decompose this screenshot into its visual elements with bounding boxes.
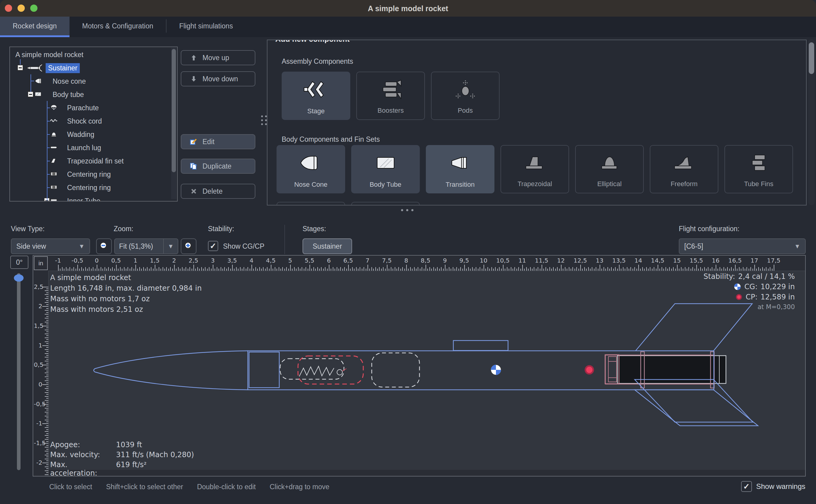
cp-marker	[585, 366, 593, 374]
delete-button[interactable]: Delete	[181, 184, 255, 199]
centering-ring-icon	[50, 183, 58, 191]
view-type-value: Side view	[16, 242, 46, 250]
nose-cone-shoulder[interactable]	[249, 352, 279, 388]
status-hint: Click+drag to move	[270, 483, 329, 491]
view-type-label: View Type:	[11, 225, 45, 233]
zoom-out-button[interactable]	[96, 238, 112, 254]
chevron-down-icon: ▼	[794, 243, 800, 250]
tree-row-inner-tube[interactable]: Inner Tube	[10, 194, 177, 202]
component-card-stage[interactable]: Stage	[282, 72, 350, 120]
component-card-partial[interactable]	[277, 202, 345, 205]
transition-component-icon	[426, 145, 494, 181]
body-tube-component-icon	[351, 145, 420, 181]
fin-bottom-1[interactable]	[635, 380, 753, 422]
tree-row-centering-ring[interactable]: Centering ring	[10, 181, 177, 194]
rotation-slider-thumb[interactable]	[14, 274, 24, 282]
move-up-button[interactable]: Move up	[181, 50, 255, 65]
launch-lug-outline[interactable]	[453, 341, 508, 351]
component-card-partial[interactable]	[351, 202, 420, 205]
tree-row-trapezoidal-fin-set[interactable]: Trapezoidal fin set	[10, 154, 177, 167]
tube-fins-component-icon	[725, 146, 792, 180]
duplicate-icon	[189, 162, 198, 170]
tab-flight-simulations[interactable]: Flight simulations	[167, 17, 246, 35]
stage-toggle-sustainer[interactable]: Sustainer	[303, 238, 352, 254]
tree-row-body-tube[interactable]: Body tube	[10, 88, 177, 101]
component-card-elliptical[interactable]: Elliptical	[575, 145, 644, 193]
parachute-icon	[50, 104, 58, 111]
title-bar: A simple model rocket	[0, 0, 816, 17]
parachute-outline[interactable]	[298, 356, 363, 384]
component-card-nose-cone[interactable]: Nose Cone	[277, 145, 345, 193]
stability-label: Stability:	[208, 225, 234, 233]
component-tree-panel: A simple model rocket Sustainer Nose con…	[9, 47, 178, 202]
rocket-info-block: A simple model rocket Length 16,748 in, …	[50, 273, 202, 315]
magnifier-plus-icon	[183, 241, 194, 251]
zoom-level-combobox[interactable]: Fit (51,3%) ▼	[114, 238, 178, 254]
shock-cord-outline[interactable]	[280, 359, 344, 379]
tree-row-nose-cone[interactable]: Nose cone	[10, 74, 177, 88]
window-scrollbar-thumb[interactable]	[809, 42, 814, 74]
zoom-level-value: Fit (51,3%)	[115, 242, 163, 250]
move-down-label: Move down	[202, 75, 238, 83]
show-warnings-checkbox[interactable]: ✓	[741, 481, 752, 492]
move-up-label: Move up	[202, 54, 229, 62]
tree-row-launch-lug[interactable]: Launch lug	[10, 141, 177, 154]
tree-row-sustainer[interactable]: Sustainer	[10, 61, 177, 74]
stability-block: Stability:2,4 cal / 14,1 % CG:10,229 in …	[704, 271, 795, 312]
component-card-trapezoidal[interactable]: Trapezoidal	[500, 145, 569, 193]
show-cgcp-checkbox[interactable]: ✓	[208, 241, 218, 251]
tree-row-root[interactable]: A simple model rocket	[10, 48, 177, 61]
component-card-pods[interactable]: Pods	[431, 72, 500, 120]
component-card-body-tube[interactable]: Body Tube	[351, 145, 420, 193]
assembly-components-label: Assembly Components	[282, 57, 353, 66]
rotation-slider-track[interactable]	[17, 273, 21, 470]
wadding-icon	[50, 130, 58, 138]
cg-icon	[733, 283, 741, 291]
move-down-button[interactable]: Move down	[181, 71, 255, 86]
flight-configuration-select[interactable]: [C6-5] ▼	[679, 238, 806, 254]
tree-row-shock-cord[interactable]: Shock cord	[10, 114, 177, 128]
horizontal-ruler: -1-0,500,511,522,533,544,555,566,577,588…	[33, 256, 806, 271]
tree-expander-icon[interactable]	[17, 65, 23, 71]
nose-cone-outline[interactable]	[94, 351, 248, 390]
duplicate-button[interactable]: Duplicate	[181, 159, 255, 174]
component-card-boosters[interactable]: Boosters	[356, 72, 425, 120]
component-card-transition[interactable]: Transition	[426, 145, 494, 193]
engine-block-outline[interactable]	[605, 355, 619, 384]
tree-scrollbar-thumb[interactable]	[172, 49, 176, 172]
cp-readout: CP:12,589 in	[704, 292, 795, 302]
flight-configuration-label: Flight configuration:	[679, 225, 740, 233]
tree-row-wadding[interactable]: Wadding	[10, 128, 177, 141]
chevron-down-icon: ▼	[79, 243, 85, 250]
tab-rocket-design[interactable]: Rocket design	[0, 17, 70, 37]
add-component-panel: Add new component Assembly Components St…	[267, 40, 807, 205]
edit-label: Edit	[202, 138, 215, 146]
tree-expander-icon[interactable]	[28, 91, 34, 97]
view-type-select[interactable]: Side view ▼	[11, 238, 90, 254]
rocket-design-canvas[interactable]: -1-0,500,511,522,533,544,555,566,577,588…	[33, 255, 806, 477]
vertical-splitter-handle[interactable]	[261, 115, 267, 125]
stage-toggle-label: Sustainer	[312, 242, 342, 250]
zoom-label: Zoom:	[114, 225, 133, 233]
flight-data-block: Apogee:1039 ft Max. velocity:311 ft/s (M…	[50, 441, 194, 470]
freeform-component-icon	[650, 146, 718, 180]
edit-button[interactable]: Edit	[181, 134, 255, 149]
shock-cord-icon	[50, 117, 58, 125]
nose-cone-icon	[34, 77, 42, 85]
main-tab-bar: Rocket design Motors & Configuration Fli…	[0, 17, 816, 37]
cg-marker	[491, 365, 501, 375]
component-card-freeform[interactable]: Freeform	[650, 145, 718, 193]
status-hint: Click to select	[49, 483, 92, 491]
horizontal-splitter-handle[interactable]	[401, 209, 413, 211]
centering-ring-icon	[50, 170, 58, 178]
pods-component-icon	[432, 72, 499, 107]
zoom-in-button[interactable]	[181, 238, 196, 254]
tree-row-centering-ring[interactable]: Centering ring	[10, 167, 177, 181]
tree-row-parachute[interactable]: Parachute	[10, 101, 177, 114]
wadding-outline[interactable]	[372, 353, 419, 387]
component-card-tube-fins[interactable]: Tube Fins	[724, 145, 793, 193]
launch-lug-icon	[50, 144, 58, 151]
show-warnings-label: Show warnings	[756, 482, 805, 491]
boosters-component-icon	[357, 72, 424, 107]
tab-motors-configuration[interactable]: Motors & Configuration	[70, 17, 166, 35]
